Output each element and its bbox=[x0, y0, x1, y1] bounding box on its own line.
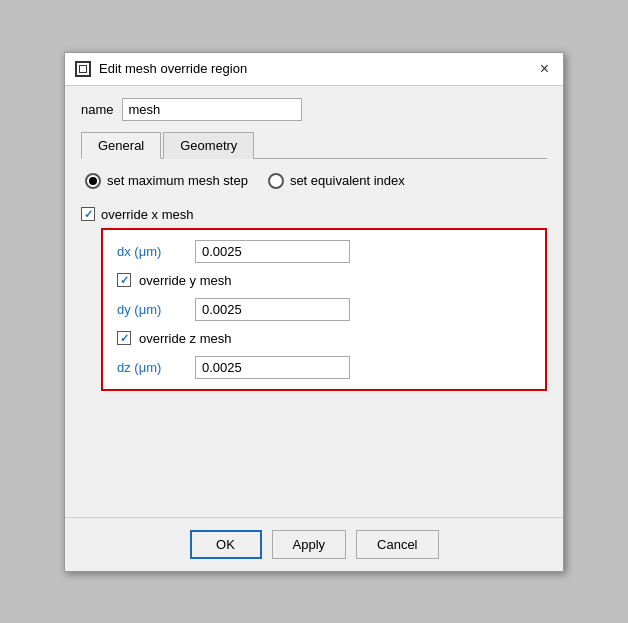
dy-input[interactable] bbox=[195, 298, 350, 321]
dy-label: dy (μm) bbox=[117, 302, 189, 317]
title-bar-left: Edit mesh override region bbox=[75, 61, 247, 77]
override-z-section: override z mesh dz (μm) bbox=[117, 335, 531, 379]
override-z-check-row: override z mesh bbox=[117, 331, 531, 346]
window-icon-inner bbox=[79, 65, 87, 73]
radio-circle-unselected bbox=[268, 173, 284, 189]
tab-general[interactable]: General bbox=[81, 132, 161, 159]
cancel-button[interactable]: Cancel bbox=[356, 530, 438, 559]
dialog-footer: OK Apply Cancel bbox=[65, 517, 563, 571]
dx-row: dx (μm) bbox=[117, 240, 531, 263]
dx-label: dx (μm) bbox=[117, 244, 189, 259]
radio-label-max: set maximum mesh step bbox=[107, 173, 248, 188]
dialog: Edit mesh override region × name General… bbox=[64, 52, 564, 572]
mesh-values-box: dx (μm) override y mesh dy (μm) bbox=[101, 228, 547, 391]
dialog-title: Edit mesh override region bbox=[99, 61, 247, 76]
close-button[interactable]: × bbox=[536, 61, 553, 77]
tabs: General Geometry bbox=[81, 131, 547, 159]
override-x-checkbox[interactable] bbox=[81, 207, 95, 221]
dialog-body: name General Geometry set maximum mesh s… bbox=[65, 86, 563, 517]
override-x-row: override x mesh bbox=[81, 205, 547, 222]
dz-row: dz (μm) bbox=[117, 356, 531, 379]
override-z-checkbox[interactable] bbox=[117, 331, 131, 345]
ok-button[interactable]: OK bbox=[190, 530, 262, 559]
dz-label: dz (μm) bbox=[117, 360, 189, 375]
dx-input[interactable] bbox=[195, 240, 350, 263]
override-y-check-row: override y mesh bbox=[117, 273, 531, 288]
dz-input[interactable] bbox=[195, 356, 350, 379]
name-label: name bbox=[81, 102, 114, 117]
radio-max-mesh-step[interactable]: set maximum mesh step bbox=[85, 173, 248, 189]
name-input[interactable] bbox=[122, 98, 302, 121]
radio-label-equiv: set equivalent index bbox=[290, 173, 405, 188]
override-y-section: override y mesh dy (μm) bbox=[117, 277, 531, 321]
apply-button[interactable]: Apply bbox=[272, 530, 347, 559]
section-wrapper: override x mesh dx (μm) override y mesh bbox=[81, 205, 547, 391]
override-z-label: override z mesh bbox=[139, 331, 231, 346]
override-y-label: override y mesh bbox=[139, 273, 231, 288]
override-x-label: override x mesh bbox=[101, 207, 193, 222]
override-y-checkbox[interactable] bbox=[117, 273, 131, 287]
radio-equiv-index[interactable]: set equivalent index bbox=[268, 173, 405, 189]
override-x-check-label: override x mesh bbox=[81, 205, 193, 222]
radio-row: set maximum mesh step set equivalent ind… bbox=[81, 173, 547, 189]
window-icon bbox=[75, 61, 91, 77]
tab-geometry[interactable]: Geometry bbox=[163, 132, 254, 159]
radio-circle-selected bbox=[85, 173, 101, 189]
title-bar: Edit mesh override region × bbox=[65, 53, 563, 86]
name-row: name bbox=[81, 98, 547, 121]
dy-row: dy (μm) bbox=[117, 298, 531, 321]
